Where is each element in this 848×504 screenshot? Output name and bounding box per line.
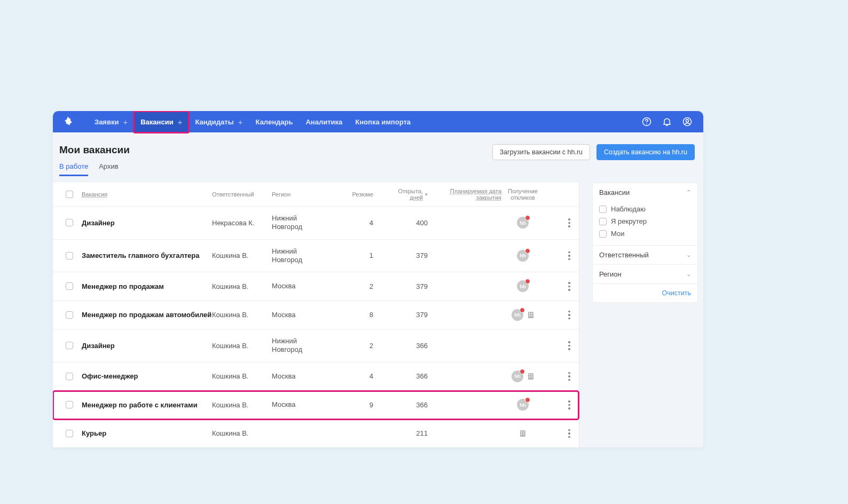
bell-icon[interactable] bbox=[662, 116, 672, 127]
plus-icon[interactable]: + bbox=[238, 117, 243, 127]
user-profile-icon[interactable] bbox=[682, 116, 693, 127]
region-cell: Москва bbox=[272, 282, 336, 290]
region-cell: НижнийНовгород bbox=[272, 247, 336, 265]
days-open: 379 bbox=[373, 311, 428, 319]
create-vacancy-button[interactable]: Создать вакансию на hh.ru bbox=[596, 144, 695, 160]
responses-cell: hh bbox=[501, 280, 544, 292]
vacancy-name: Заместитель главного бухгалтера bbox=[82, 251, 212, 259]
th-vacancy[interactable]: Вакансия bbox=[82, 191, 212, 198]
responsible-cell: Кошкина В. bbox=[212, 282, 272, 290]
hh-badge-icon[interactable]: hh bbox=[517, 250, 529, 262]
nav-item-4[interactable]: Аналитика bbox=[299, 112, 349, 132]
responses-cell bbox=[501, 429, 544, 438]
nav-item-5[interactable]: Кнопка импорта bbox=[349, 112, 417, 132]
row-checkbox[interactable] bbox=[66, 282, 73, 290]
svg-rect-13 bbox=[520, 430, 525, 437]
resume-count: 2 bbox=[336, 282, 373, 290]
select-all-checkbox[interactable] bbox=[66, 191, 73, 198]
th-region[interactable]: Регион bbox=[272, 191, 336, 198]
tab-0[interactable]: В работе bbox=[59, 162, 88, 176]
table-row[interactable]: ДизайнерКошкина В.НижнийНовгород2366 bbox=[53, 329, 579, 363]
nav-item-label: Аналитика bbox=[305, 118, 342, 126]
plus-icon[interactable]: + bbox=[178, 117, 183, 127]
svg-rect-5 bbox=[531, 313, 532, 314]
responses-cell: hh bbox=[501, 250, 544, 262]
more-actions-icon[interactable] bbox=[566, 280, 570, 293]
responses-cell: hh bbox=[501, 399, 544, 411]
filter-option-1[interactable]: Я рекрутер bbox=[599, 215, 691, 227]
resume-count: 1 bbox=[336, 251, 373, 259]
row-checkbox[interactable] bbox=[66, 430, 73, 437]
filters-panel: Вакансии ⌃ НаблюдаюЯ рекрутерМои Ответст… bbox=[592, 183, 698, 303]
alert-dot-icon bbox=[525, 248, 530, 254]
th-responsible[interactable]: Ответственный bbox=[212, 191, 272, 198]
nav-item-3[interactable]: Календарь bbox=[249, 112, 300, 132]
app-logo-icon bbox=[61, 115, 74, 128]
more-actions-icon[interactable] bbox=[566, 339, 570, 352]
filter-section-responsible[interactable]: Ответственный ⌄ bbox=[593, 246, 697, 264]
hh-badge-icon[interactable]: hh bbox=[512, 371, 523, 382]
row-checkbox[interactable] bbox=[66, 342, 73, 349]
row-checkbox[interactable] bbox=[66, 311, 73, 319]
building-icon[interactable] bbox=[527, 311, 535, 319]
table-row[interactable]: Менеджер по продажам автомобилейКошкина … bbox=[53, 301, 579, 330]
table-row[interactable]: Офис-менеджерКошкина В.Москва4366hh bbox=[53, 363, 579, 391]
plus-icon[interactable]: + bbox=[123, 117, 128, 127]
page-title: Мои вакансии bbox=[59, 144, 130, 156]
row-checkbox[interactable] bbox=[66, 373, 73, 380]
nav-item-1[interactable]: Вакансии+ bbox=[134, 112, 189, 132]
checkbox[interactable] bbox=[599, 206, 607, 213]
nav-item-0[interactable]: Заявки+ bbox=[88, 112, 134, 132]
hh-badge-icon[interactable]: hh bbox=[512, 309, 523, 321]
resume-count: 4 bbox=[336, 372, 373, 380]
responsible-cell: Кошкина В. bbox=[212, 372, 272, 380]
th-responses[interactable]: Получение откликов bbox=[501, 188, 544, 201]
vacancy-name: Менеджер по работе с клиентами bbox=[82, 401, 212, 409]
th-planned-close[interactable]: Планируемая дата закрытия bbox=[428, 188, 501, 201]
row-checkbox[interactable] bbox=[66, 219, 73, 226]
vacancy-name: Менеджер по продажам bbox=[82, 282, 212, 290]
building-icon[interactable] bbox=[527, 372, 535, 381]
hh-badge-icon[interactable]: hh bbox=[517, 217, 529, 229]
filter-option-0[interactable]: Наблюдаю bbox=[599, 203, 691, 215]
region-cell: Москва bbox=[272, 400, 336, 409]
checkbox[interactable] bbox=[599, 218, 607, 225]
vacancies-table: Вакансия Ответственный Регион Резюме Отк… bbox=[53, 183, 579, 447]
more-actions-icon[interactable] bbox=[566, 427, 570, 440]
checkbox[interactable] bbox=[599, 230, 607, 238]
table-row[interactable]: Заместитель главного бухгалтераКошкина В… bbox=[53, 240, 579, 273]
responsible-cell: Кошкина В. bbox=[212, 311, 272, 319]
more-actions-icon[interactable] bbox=[566, 249, 570, 263]
th-resume[interactable]: Резюме bbox=[336, 191, 373, 198]
building-icon[interactable] bbox=[519, 429, 527, 438]
more-actions-icon[interactable] bbox=[566, 370, 570, 383]
table-row[interactable]: КурьерКошкина В.211 bbox=[53, 420, 579, 448]
hh-badge-icon[interactable]: hh bbox=[517, 280, 529, 292]
filter-section-region[interactable]: Регион ⌄ bbox=[593, 265, 697, 284]
row-checkbox[interactable] bbox=[66, 252, 73, 259]
load-vacancies-button[interactable]: Загрузить вакансии с hh.ru bbox=[492, 144, 591, 160]
more-actions-icon[interactable] bbox=[566, 309, 570, 322]
tab-1[interactable]: Архив bbox=[99, 162, 118, 176]
table-row[interactable]: Менеджер по продажамКошкина В.Москва2379… bbox=[53, 272, 579, 301]
vacancy-name: Дизайнер bbox=[82, 342, 212, 350]
filter-option-label: Мои bbox=[611, 230, 624, 238]
hh-badge-icon[interactable]: hh bbox=[517, 399, 529, 411]
nav-item-2[interactable]: Кандидаты+ bbox=[189, 112, 249, 132]
filter-section-vacancies[interactable]: Вакансии ⌃ bbox=[593, 183, 697, 202]
svg-rect-7 bbox=[531, 315, 532, 316]
more-actions-icon[interactable] bbox=[566, 398, 570, 412]
svg-rect-6 bbox=[529, 315, 530, 316]
resume-count: 8 bbox=[336, 311, 373, 319]
more-actions-icon[interactable] bbox=[566, 216, 570, 230]
table-row[interactable]: ДизайнерНекрасова К.НижнийНовгород4400hh bbox=[53, 207, 579, 240]
help-icon[interactable] bbox=[641, 116, 652, 127]
filter-option-2[interactable]: Мои bbox=[599, 227, 691, 240]
th-days-open[interactable]: Открыта, дней ▾ bbox=[373, 188, 428, 201]
table-row[interactable]: Менеджер по работе с клиентамиКошкина В.… bbox=[53, 391, 579, 420]
alert-dot-icon bbox=[520, 308, 525, 313]
row-checkbox[interactable] bbox=[66, 401, 73, 408]
clear-filters-button[interactable]: Очистить bbox=[593, 284, 697, 302]
svg-rect-10 bbox=[531, 374, 532, 375]
responses-cell: hh bbox=[501, 217, 544, 229]
